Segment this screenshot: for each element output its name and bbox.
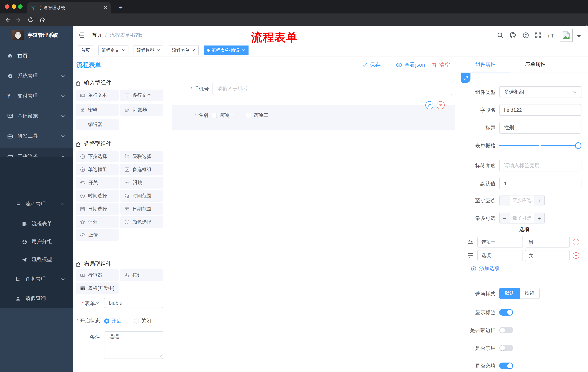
component-upload[interactable]: 上传 bbox=[76, 229, 119, 241]
grid-slider[interactable] bbox=[499, 145, 581, 147]
component-table[interactable]: 表格[开发中] bbox=[76, 282, 119, 294]
stepper-minus-button[interactable]: − bbox=[500, 195, 510, 206]
component-counter[interactable]: 123计数器 bbox=[120, 104, 163, 116]
copy-component-button[interactable] bbox=[425, 101, 433, 109]
stepper-input[interactable]: 最多可选 bbox=[510, 213, 534, 223]
tag-process-form[interactable]: 流程表单✕ bbox=[169, 45, 199, 55]
forward-icon[interactable] bbox=[15, 16, 22, 23]
github-icon[interactable] bbox=[509, 32, 516, 39]
component-type-select[interactable]: 多选框组 bbox=[499, 86, 581, 98]
component-editor[interactable]: 编辑器 bbox=[76, 119, 119, 130]
sidebar-item-payment[interactable]: ¥ 支付管理 bbox=[0, 87, 73, 105]
tag-close-icon[interactable]: ✕ bbox=[157, 48, 160, 52]
tag-close-icon[interactable]: ✕ bbox=[242, 48, 245, 52]
option1-value-input[interactable]: 男 bbox=[525, 237, 570, 247]
stepper-input[interactable]: 至少应选 bbox=[510, 195, 534, 206]
component-time-picker[interactable]: 时间选择 bbox=[76, 190, 119, 202]
required-toggle[interactable] bbox=[499, 362, 513, 369]
doc-link-tag[interactable] bbox=[461, 73, 471, 83]
help-icon[interactable]: ? bbox=[523, 32, 529, 39]
status-radio-off[interactable]: 关闭 bbox=[134, 318, 151, 324]
view-json-button[interactable]: 查看json bbox=[396, 60, 436, 70]
style-default-button[interactable]: 默认 bbox=[499, 288, 520, 299]
option2-label-input[interactable]: 选项二 bbox=[477, 250, 523, 261]
reload-icon[interactable] bbox=[27, 16, 34, 23]
border-toggle[interactable] bbox=[499, 327, 513, 333]
phone-field-input[interactable]: 请输入手机号 bbox=[212, 82, 452, 95]
tag-close-icon[interactable]: ✕ bbox=[122, 48, 125, 52]
tag-process-definition[interactable]: 流程定义✕ bbox=[98, 45, 128, 55]
component-cascader[interactable]: 级联选择 bbox=[120, 151, 163, 162]
default-value-input[interactable]: 1 bbox=[499, 178, 581, 189]
option2-value-input[interactable]: 女 bbox=[525, 250, 570, 261]
sidebar-item-process-manage[interactable]: 流程管理 bbox=[0, 195, 73, 213]
breadcrumb-home[interactable]: 首页 bbox=[92, 32, 102, 39]
tag-close-icon[interactable]: ✕ bbox=[192, 48, 195, 52]
traffic-close-button[interactable] bbox=[5, 4, 10, 9]
clear-button[interactable]: 清空 bbox=[431, 60, 457, 70]
status-radio-on[interactable]: 开启 bbox=[104, 318, 122, 324]
gender-checkbox-option1[interactable]: 选项一 bbox=[212, 112, 234, 119]
sidebar-item-process-model[interactable]: 流程模型 bbox=[0, 250, 73, 269]
field-name-input[interactable]: field122 bbox=[499, 104, 581, 116]
component-time-range[interactable]: 时间范围 bbox=[120, 190, 163, 202]
label-width-input[interactable]: 请输入标签宽度 bbox=[499, 160, 581, 171]
stepper-plus-button[interactable]: + bbox=[534, 213, 544, 223]
option1-label-input[interactable]: 选项一 bbox=[477, 237, 523, 247]
tag-home[interactable]: 首页 bbox=[78, 45, 93, 55]
component-checkbox-group[interactable]: 多选框组 bbox=[120, 164, 163, 175]
gender-checkbox-option2[interactable]: 选项二 bbox=[246, 112, 269, 119]
tab-close-icon[interactable]: ✕ bbox=[104, 5, 107, 10]
max-select-stepper[interactable]: − 最多可选 + bbox=[499, 213, 545, 223]
style-button-button[interactable]: 按钮 bbox=[520, 288, 540, 299]
tab-form-props[interactable]: 表单属性 bbox=[511, 56, 560, 73]
title-input[interactable]: 性别 bbox=[499, 122, 581, 134]
stepper-minus-button[interactable]: − bbox=[500, 213, 510, 223]
add-option-button[interactable]: 添加选项 bbox=[471, 265, 500, 272]
form-name-input[interactable] bbox=[104, 298, 163, 308]
sidebar-item-devtools[interactable]: 研发工具 bbox=[0, 127, 73, 145]
fullscreen-icon[interactable] bbox=[535, 32, 541, 39]
component-select[interactable]: 下拉选择 bbox=[76, 151, 119, 162]
component-date-picker[interactable]: 日期选择 bbox=[76, 203, 119, 215]
sidebar-item-system[interactable]: 系统管理 bbox=[0, 67, 73, 85]
delete-component-button[interactable] bbox=[437, 101, 445, 109]
remark-textarea[interactable] bbox=[104, 331, 163, 359]
sidebar-item-leave-query[interactable]: 请假查询 bbox=[0, 289, 73, 308]
textarea-resize-handle[interactable] bbox=[159, 355, 162, 358]
search-icon[interactable] bbox=[497, 32, 504, 39]
sidebar-item-task-manage[interactable]: 任务管理 bbox=[0, 270, 73, 288]
avatar[interactable] bbox=[560, 29, 573, 42]
hamburger-icon[interactable] bbox=[78, 32, 85, 38]
tag-process-form-edit[interactable]: 流程表单-编辑✕ bbox=[204, 45, 248, 55]
component-single-text[interactable]: 单行文本 bbox=[76, 90, 119, 101]
traffic-zoom-button[interactable] bbox=[18, 4, 22, 9]
component-date-range[interactable]: 日期范围 bbox=[120, 203, 163, 215]
browser-tab[interactable]: 芋道管理系统 ✕ bbox=[27, 2, 111, 13]
disabled-toggle[interactable] bbox=[499, 345, 513, 351]
font-size-icon[interactable]: TT bbox=[547, 32, 555, 38]
drag-handle-icon[interactable] bbox=[467, 252, 473, 258]
slider-handle[interactable] bbox=[575, 142, 581, 149]
new-tab-button[interactable]: + bbox=[116, 3, 125, 12]
sidebar-item-infra[interactable]: 基础设施 bbox=[0, 107, 73, 125]
component-switch[interactable]: 开关 bbox=[76, 177, 119, 189]
tag-process-model[interactable]: 流程模型✕ bbox=[134, 45, 163, 55]
traffic-minimize-button[interactable] bbox=[12, 4, 16, 9]
component-radio-group[interactable]: 单选框组 bbox=[76, 164, 119, 175]
component-button[interactable]: 按钮 bbox=[120, 269, 163, 281]
tab-component-props[interactable]: 组件属性 bbox=[461, 56, 511, 73]
component-slider[interactable]: 滑块 bbox=[120, 177, 163, 189]
remove-option2-button[interactable] bbox=[573, 252, 579, 259]
sidebar-item-user-group[interactable]: 用户分组 bbox=[0, 233, 73, 251]
avatar-caret-icon[interactable] bbox=[577, 35, 581, 37]
show-label-toggle[interactable] bbox=[499, 309, 513, 316]
sidebar-item-process-form[interactable]: 流程表单 bbox=[0, 215, 73, 233]
stepper-plus-button[interactable]: + bbox=[534, 195, 544, 206]
home-icon[interactable] bbox=[39, 16, 46, 23]
component-multi-text[interactable]: 多行文本 bbox=[120, 90, 163, 101]
save-button[interactable]: 保存 bbox=[362, 60, 395, 70]
sidebar-item-home[interactable]: 首页 bbox=[0, 47, 73, 65]
back-icon[interactable] bbox=[4, 16, 10, 23]
remove-option1-button[interactable] bbox=[573, 239, 579, 245]
